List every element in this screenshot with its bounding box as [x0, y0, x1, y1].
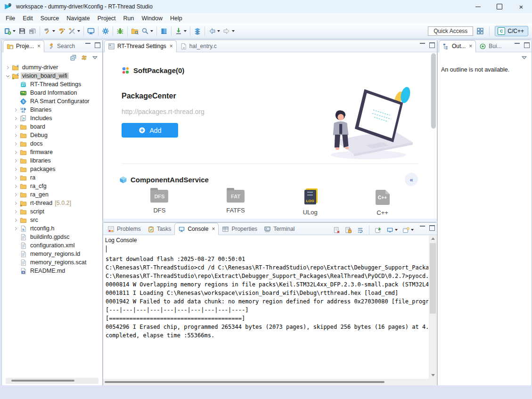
- maximize-view-icon[interactable]: [95, 42, 100, 48]
- tree-item-packages[interactable]: packages: [2, 165, 102, 173]
- pin-console-button[interactable]: [373, 224, 383, 236]
- console-tab-console[interactable]: Console×: [174, 223, 219, 235]
- console-horizontal-scrollbar[interactable]: [103, 379, 429, 386]
- tree-item-board[interactable]: board: [2, 122, 102, 131]
- scrollbar-thumb[interactable]: [11, 380, 74, 382]
- chevron-down-icon[interactable]: [4, 72, 11, 80]
- nav-forward-button[interactable]: [221, 25, 236, 37]
- scroll-lock-button[interactable]: [344, 224, 353, 236]
- tree-item-dummy-driver[interactable]: Cdummy-driver: [2, 63, 102, 72]
- add-package-button[interactable]: Add: [122, 123, 178, 138]
- maximize-view-icon[interactable]: [429, 225, 435, 231]
- save-button[interactable]: [17, 25, 27, 37]
- package-tile-fatfs[interactable]: FATFATFS: [226, 190, 245, 216]
- package-tile-ulog[interactable]: LOGULog: [303, 190, 318, 216]
- tree-item-script[interactable]: script: [2, 207, 102, 216]
- menu-run[interactable]: Run: [120, 14, 138, 23]
- clear-console-button[interactable]: [332, 224, 342, 236]
- build-all-button[interactable]: [57, 25, 67, 37]
- dropdown-arrow-icon[interactable]: [13, 30, 16, 32]
- console-tab-terminal[interactable]: Terminal: [261, 223, 298, 235]
- view-menu-icon[interactable]: [91, 54, 98, 61]
- maximize-button[interactable]: [489, 0, 510, 13]
- open-resource-button[interactable]: [130, 25, 140, 37]
- dropdown-arrow-icon[interactable]: [232, 30, 235, 32]
- save-all-button[interactable]: [27, 25, 38, 37]
- maximize-view-icon[interactable]: [429, 42, 435, 48]
- tree-item-firmware[interactable]: firmware: [2, 148, 102, 156]
- chevron-right-icon[interactable]: [12, 165, 19, 173]
- dropdown-arrow-icon[interactable]: [150, 30, 153, 32]
- chevron-right-icon[interactable]: [12, 157, 19, 164]
- search-button[interactable]: [140, 25, 155, 37]
- menu-file[interactable]: File: [2, 14, 19, 23]
- chevron-right-icon[interactable]: [12, 123, 19, 130]
- console-tab-tasks[interactable]: Tasks: [144, 223, 175, 235]
- scrollbar-thumb[interactable]: [105, 381, 385, 383]
- build-button[interactable]: [42, 25, 57, 37]
- chevron-right-icon[interactable]: [12, 199, 19, 207]
- minimize-view-icon[interactable]: [420, 43, 425, 48]
- outline-tab-bui[interactable]: Bui...: [476, 41, 505, 52]
- chevron-right-icon[interactable]: [12, 114, 19, 122]
- chevron-right-icon[interactable]: [12, 191, 19, 198]
- editor-tab-hal-entry-c[interactable]: .chal_entry.c: [177, 41, 220, 52]
- editor-tab-rt-thread-settings[interactable]: RT-Thread Settings×: [104, 40, 177, 52]
- dropdown-arrow-icon[interactable]: [52, 30, 55, 32]
- menu-navigate[interactable]: Navigate: [63, 14, 93, 23]
- nav-back-button[interactable]: [207, 25, 221, 37]
- chevron-right-icon[interactable]: [12, 174, 19, 181]
- display-console-button[interactable]: [385, 224, 399, 236]
- dropdown-arrow-icon[interactable]: [395, 229, 398, 231]
- tree-item-configuration-xml[interactable]: configuration.xml: [2, 241, 102, 250]
- chevron-right-icon[interactable]: [12, 140, 19, 147]
- tree-item-docs[interactable]: docs: [2, 139, 102, 148]
- tree-item-readme-md[interactable]: WREADME.md: [2, 267, 102, 275]
- tree-item-ra-cfg[interactable]: ra_cfg: [2, 182, 102, 190]
- chevron-right-icon[interactable]: [12, 106, 19, 114]
- link-editor-icon[interactable]: [81, 54, 88, 61]
- debug-bug-button[interactable]: [115, 25, 125, 37]
- close-tab-icon[interactable]: ×: [37, 43, 41, 49]
- package-tile-c[interactable]: C++C++: [376, 190, 390, 216]
- sdk-manager-button[interactable]: [100, 25, 111, 37]
- editor-scrollbar-thumb[interactable]: [431, 53, 436, 129]
- maximize-view-icon[interactable]: [524, 42, 530, 48]
- tree-item-includes[interactable]: hIncludes: [2, 114, 102, 122]
- chevron-right-icon[interactable]: [4, 64, 11, 71]
- tree-item-vision-board-wifi[interactable]: Cvision_board_wifi: [2, 72, 102, 80]
- tree-item-debug[interactable]: Debug: [2, 131, 102, 139]
- tree-item-libraries[interactable]: libraries: [2, 156, 102, 165]
- tree-item-rt-thread-settings[interactable]: RTRT-Thread Settings: [2, 80, 102, 89]
- chevron-right-icon[interactable]: [12, 208, 19, 215]
- help-book-button[interactable]: [159, 25, 169, 37]
- chevron-right-icon[interactable]: [12, 225, 19, 232]
- explorer-tab-proje[interactable]: Proje...×: [3, 40, 44, 52]
- view-menu-icon[interactable]: [521, 54, 528, 61]
- tree-item-memory-regions-scat[interactable]: memory_regions.scat: [2, 258, 102, 267]
- dropdown-arrow-icon[interactable]: [77, 30, 80, 32]
- menu-source[interactable]: Source: [37, 14, 63, 23]
- download-button[interactable]: [173, 25, 188, 37]
- new-wizard-button[interactable]: [2, 25, 17, 37]
- dropdown-arrow-icon[interactable]: [411, 229, 414, 231]
- explorer-tab-search[interactable]: Search: [44, 41, 78, 52]
- tree-item-rtconfig-h[interactable]: hrtconfig.h: [2, 224, 102, 233]
- tree-item-binaries[interactable]: 1001Binaries: [2, 106, 102, 114]
- open-perspective-icon[interactable]: [476, 27, 484, 35]
- tree-item-src[interactable]: src: [2, 216, 102, 224]
- package-tile-dfs[interactable]: DFSDFS: [150, 190, 168, 216]
- explorer-horizontal-scrollbar[interactable]: [6, 378, 98, 384]
- tree-item-rt-thread[interactable]: rt-thread[5.0.2]: [2, 199, 102, 207]
- chevron-right-icon[interactable]: [12, 148, 19, 156]
- console-tab-problems[interactable]: Problems: [104, 223, 144, 235]
- menu-edit[interactable]: Edit: [19, 14, 37, 23]
- minimize-button[interactable]: [467, 0, 489, 13]
- layers-button[interactable]: [192, 25, 203, 37]
- tree-item-board-information[interactable]: Board Information: [2, 89, 102, 97]
- serial-monitor-button[interactable]: [86, 25, 96, 37]
- dropdown-arrow-icon[interactable]: [184, 30, 187, 32]
- close-tab-icon[interactable]: ×: [469, 43, 472, 49]
- menu-project[interactable]: Project: [94, 14, 120, 23]
- scroll-down-arrow[interactable]: [429, 372, 437, 379]
